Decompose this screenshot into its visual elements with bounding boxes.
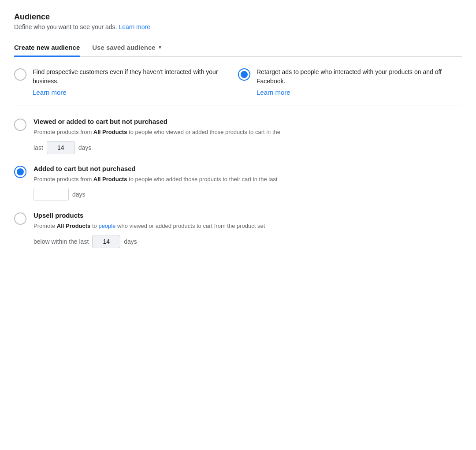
sub-option-upsell: Upsell products Promote All Products to … [14,212,462,248]
prospective-description: Find prospective customers even if they … [33,67,238,86]
added-to-cart-days-row: ▲ ▼ days [33,188,462,201]
added-to-cart-radio[interactable] [14,166,26,178]
header-learn-more-link[interactable]: Learn more [119,23,150,30]
chevron-down-icon: ▾ [159,45,161,50]
retarget-option[interactable]: Retarget ads to people who interacted wi… [238,67,462,96]
prospective-learn-more-link[interactable]: Learn more [33,89,238,96]
retarget-learn-more-link[interactable]: Learn more [257,89,462,96]
upsell-people-link[interactable]: people [98,223,115,229]
viewed-or-added-title: Viewed or added to cart but not purchase… [33,118,462,125]
tab-use-saved-audience[interactable]: Use saved audience ▾ [92,39,161,57]
retarget-sub-options: Viewed or added to cart but not purchase… [14,105,462,248]
upsell-radio[interactable] [14,212,26,225]
upsell-days-row: below within the last days [33,235,462,248]
sub-option-added-to-cart: Added to cart but not purchased Promote … [14,165,462,201]
audience-tabs: Create new audience Use saved audience ▾ [14,39,462,57]
upsell-days-input[interactable] [92,235,120,248]
retarget-description: Retarget ads to people who interacted wi… [257,67,462,86]
prospective-option[interactable]: Find prospective customers even if they … [14,67,238,96]
sub-option-viewed-or-added: Viewed or added to cart but not purchase… [14,118,462,154]
viewed-or-added-days-row: last days [33,141,462,154]
added-to-cart-desc: Promote products from All Products to pe… [33,175,462,184]
added-to-cart-spinner[interactable]: ▲ ▼ [33,188,69,201]
upsell-desc: Promote All Products to people who viewe… [33,222,462,231]
page-subtitle: Define who you want to see your ads. Lea… [14,23,462,30]
added-to-cart-title: Added to cart but not purchased [33,165,462,172]
prospective-radio[interactable] [14,68,26,81]
retarget-radio[interactable] [238,68,250,81]
viewed-or-added-radio[interactable] [14,119,26,131]
audience-type-options: Find prospective customers even if they … [14,57,462,105]
added-to-cart-days-input[interactable] [34,188,69,201]
page-title: Audience [14,12,462,22]
tab-create-new-audience[interactable]: Create new audience [14,39,80,57]
audience-section-header: Audience Define who you want to see your… [14,12,462,30]
upsell-title: Upsell products [33,212,462,219]
viewed-or-added-days-input[interactable] [47,141,75,154]
viewed-or-added-desc: Promote products from All Products to pe… [33,128,462,137]
